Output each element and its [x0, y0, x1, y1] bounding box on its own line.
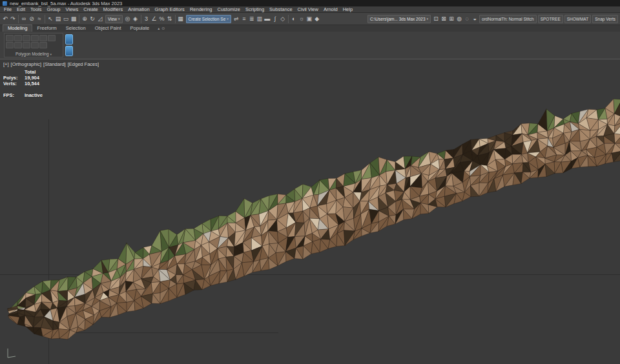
- schematic-view-icon[interactable]: ◇: [279, 14, 287, 24]
- menu-item[interactable]: Create: [81, 6, 101, 12]
- subobject-border-button[interactable]: [23, 35, 30, 41]
- workspace-dropdown[interactable]: C:\Users\jam... 3ds Max 2023 ▾: [367, 15, 431, 23]
- isolate-selection-icon[interactable]: ⊡: [432, 14, 440, 24]
- curve-editor-icon[interactable]: ∫: [271, 14, 279, 24]
- menu-item[interactable]: Substance: [267, 6, 294, 12]
- align-icon[interactable]: ≡: [240, 14, 248, 24]
- select-and-manipulate-icon[interactable]: ◈: [132, 14, 140, 24]
- ribbon-tab-aux: ▴ ⊙: [158, 25, 165, 32]
- angle-snap-icon[interactable]: ∠: [150, 14, 158, 24]
- subobject-edge-button[interactable]: [14, 35, 22, 41]
- menu-item[interactable]: Modifiers: [101, 6, 125, 12]
- stats-spacer: [3, 69, 25, 75]
- progressive-display-icon[interactable]: ◒: [471, 14, 479, 24]
- viewport-label-menu[interactable]: [Standard]: [43, 61, 66, 67]
- select-by-name-icon[interactable]: ▤: [54, 14, 62, 24]
- redo-icon[interactable]: ↷: [9, 14, 17, 24]
- subobject-polygon-button[interactable]: [31, 35, 39, 41]
- material-editor-icon[interactable]: ◐: [290, 14, 298, 24]
- mirror-icon[interactable]: ⇌: [232, 14, 240, 24]
- menu-item[interactable]: Tools: [28, 6, 45, 12]
- bind-to-space-warp-icon[interactable]: ≈: [36, 14, 43, 24]
- polygon-modeling-tool-button[interactable]: [14, 42, 22, 48]
- layer-explorer-icon[interactable]: ▥: [256, 14, 264, 24]
- snap-toggle-icon[interactable]: 3: [143, 14, 150, 24]
- stats-total-label: Total: [25, 69, 36, 75]
- menu-item[interactable]: Views: [63, 6, 81, 12]
- menu-item[interactable]: Group: [45, 6, 63, 12]
- rendered-frame-icon[interactable]: ▣: [305, 14, 313, 24]
- polygon-modeling-caption[interactable]: Polygon Modeling ▾: [5, 51, 63, 57]
- menu-item[interactable]: Edit: [14, 6, 28, 12]
- showmat-button[interactable]: SHOWMAT: [564, 15, 591, 23]
- ribbon-tab[interactable]: Modeling: [3, 25, 32, 32]
- ribbon-blue-tool-button[interactable]: [65, 46, 73, 56]
- render-icon[interactable]: ◆: [313, 14, 321, 24]
- window-crossing-icon[interactable]: ▩: [70, 14, 78, 24]
- stats-fps-label: FPS:: [3, 92, 25, 98]
- polygon-modeling-tool-button[interactable]: [39, 42, 47, 48]
- stats-verts-row: Verts: 10,544: [3, 81, 43, 86]
- menu-item[interactable]: Scripting: [243, 6, 267, 12]
- subobject-element-button[interactable]: [39, 35, 47, 41]
- ribbon-tab[interactable]: Selection: [61, 25, 90, 32]
- menu-item[interactable]: Rendering: [187, 6, 215, 12]
- select-object-icon[interactable]: ↖: [46, 14, 54, 24]
- ribbon-content: Polygon Modeling ▾: [0, 32, 620, 59]
- menu-item[interactable]: Civil View: [295, 6, 321, 12]
- ribbon-config-icon[interactable]: ⊙: [161, 25, 165, 32]
- normal-stitch-button[interactable]: ordNormalTh: Normal Stitch: [479, 15, 537, 23]
- select-and-rotate-icon[interactable]: ↻: [88, 14, 96, 24]
- shade-selected-icon[interactable]: ◍: [455, 14, 463, 24]
- toolbar-separator: [141, 15, 141, 23]
- selection-region-icon[interactable]: ▭: [62, 14, 70, 24]
- ribbon-tab[interactable]: Object Paint: [90, 25, 126, 32]
- stats-polys-row: Polys: 19,904: [3, 75, 43, 81]
- ribbon-blue-tool-button[interactable]: [65, 34, 73, 45]
- polygon-modeling-tool-button[interactable]: [48, 35, 56, 41]
- viewport-layout-icon[interactable]: ⊞: [448, 14, 455, 24]
- viewport-label-menu[interactable]: [Orthographic]: [11, 61, 42, 67]
- render-setup-icon[interactable]: ☼: [298, 14, 305, 24]
- statistics-overlay: Total Polys: 19,904 Verts: 10,544 FPS: I…: [3, 69, 43, 98]
- viewport-label-menu[interactable]: [+]: [3, 61, 9, 67]
- polygon-modeling-tool-button[interactable]: [6, 42, 14, 48]
- stats-verts-label: Verts:: [3, 81, 25, 86]
- select-and-scale-icon[interactable]: ◿: [96, 14, 104, 24]
- menu-item[interactable]: File: [1, 6, 14, 12]
- menu-item[interactable]: Customize: [214, 6, 242, 12]
- menu-item[interactable]: Graph Editors: [152, 6, 187, 12]
- minimize-ribbon-icon[interactable]: ▴: [158, 25, 160, 32]
- scene-explorer-icon[interactable]: ≣: [248, 14, 256, 24]
- workspace-value: C:\Users\jam... 3ds Max 2023: [370, 17, 426, 21]
- undo-icon[interactable]: ↶: [1, 14, 9, 24]
- polygon-modeling-tool-button[interactable]: [31, 42, 39, 48]
- terrain-mesh: [0, 59, 620, 364]
- select-and-link-icon[interactable]: ∞: [20, 14, 28, 24]
- subobject-vertex-button[interactable]: [6, 35, 14, 41]
- select-and-move-icon[interactable]: ⊕: [81, 14, 88, 24]
- safe-frames-icon[interactable]: ◌: [463, 14, 471, 24]
- menu-item[interactable]: Animation: [125, 6, 152, 12]
- viewport[interactable]: [+][Orthographic][Standard][Edged Faces]…: [0, 59, 620, 364]
- snap-verts-button[interactable]: Snap Verts: [592, 15, 618, 23]
- percent-snap-icon[interactable]: %: [158, 14, 166, 24]
- ribbon-tab[interactable]: Populate: [126, 25, 154, 32]
- toolbar-separator: [175, 15, 176, 23]
- polygon-modeling-buttons: [5, 34, 63, 51]
- use-pivot-point-icon[interactable]: ◎: [124, 14, 132, 24]
- viewport-label-menu[interactable]: [Edged Faces]: [68, 61, 99, 67]
- coordinate-system-dropdown[interactable]: View ▾: [105, 15, 123, 23]
- polygon-modeling-tool-button[interactable]: [23, 42, 30, 48]
- named-selection-set-dropdown[interactable]: Create Selection Se ▾: [186, 15, 231, 23]
- menu-item[interactable]: Arnold: [321, 6, 340, 12]
- lock-selection-icon[interactable]: ⊠: [440, 14, 448, 24]
- unlink-selection-icon[interactable]: ⊘: [28, 14, 36, 24]
- spinner-snap-icon[interactable]: ⇅: [166, 14, 174, 24]
- spotree-button[interactable]: SPOTREE: [538, 15, 563, 23]
- menu-item[interactable]: Help: [340, 6, 355, 12]
- chevron-down-icon: ▾: [118, 17, 120, 21]
- named-selection-sets-icon[interactable]: ▦: [177, 14, 185, 24]
- ribbon-toggle-icon[interactable]: ▬: [264, 14, 271, 24]
- ribbon-tab[interactable]: Freeform: [32, 25, 61, 32]
